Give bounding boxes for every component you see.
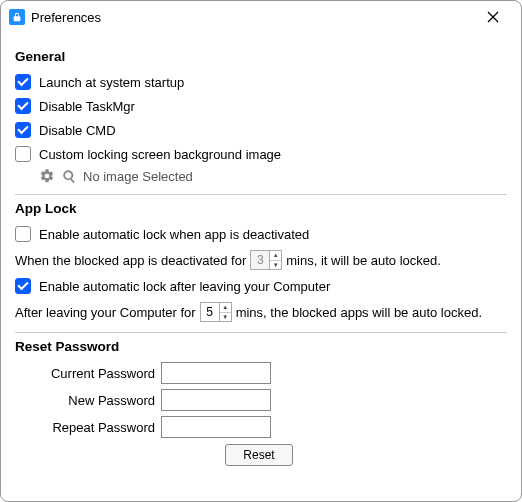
label-auto-leave: Enable automatic lock after leaving your… [39,279,330,294]
applock-heading: App Lock [15,201,507,216]
input-new-password[interactable] [161,389,271,411]
divider [15,332,507,333]
svg-rect-4 [70,178,75,183]
leave-value-input[interactable] [201,303,219,321]
label-disable-cmd: Disable CMD [39,123,116,138]
option-disable-taskmgr[interactable]: Disable TaskMgr [15,96,507,116]
option-disable-cmd[interactable]: Disable CMD [15,120,507,140]
deactivate-spinner[interactable]: ▲ ▼ [250,250,282,270]
label-repeat-password: Repeat Password [15,420,155,435]
label-launch-startup: Launch at system startup [39,75,184,90]
checkbox-auto-deactivate[interactable] [15,226,31,242]
window-title: Preferences [31,10,473,25]
titlebar: Preferences [1,1,521,33]
label-new-password: New Password [15,393,155,408]
checkbox-disable-cmd[interactable] [15,122,31,138]
row-current-password: Current Password [15,362,507,384]
input-repeat-password[interactable] [161,416,271,438]
reset-heading: Reset Password [15,339,507,354]
checkbox-launch-startup[interactable] [15,74,31,90]
spinner-down-icon[interactable]: ▼ [220,313,231,322]
deactivate-sentence: When the blocked app is deactivated for … [15,250,507,270]
gear-icon[interactable] [39,168,55,184]
leave-suffix: mins, the blocked apps will be auto lock… [236,305,482,320]
reset-button[interactable]: Reset [225,444,293,466]
general-heading: General [15,49,507,64]
label-current-password: Current Password [15,366,155,381]
leave-prefix: After leaving your Computer for [15,305,196,320]
option-custom-bg[interactable]: Custom locking screen background image [15,144,507,164]
leave-sentence: After leaving your Computer for ▲ ▼ mins… [15,302,507,322]
label-disable-taskmgr: Disable TaskMgr [39,99,135,114]
content-area: General Launch at system startup Disable… [1,33,521,476]
magnifier-icon[interactable] [61,168,77,184]
no-image-label: No image Selected [83,169,193,184]
close-button[interactable] [473,3,513,31]
leave-spinner[interactable]: ▲ ▼ [200,302,232,322]
reset-button-row: Reset [15,444,507,466]
divider [15,194,507,195]
deactivate-value-input[interactable] [251,251,269,269]
spinner-down-icon[interactable]: ▼ [270,261,281,270]
checkbox-auto-leave[interactable] [15,278,31,294]
row-new-password: New Password [15,389,507,411]
option-auto-deactivate[interactable]: Enable automatic lock when app is deacti… [15,224,507,244]
app-lock-icon [9,9,25,25]
spinner-up-icon[interactable]: ▲ [270,251,281,261]
option-auto-leave[interactable]: Enable automatic lock after leaving your… [15,276,507,296]
checkbox-custom-bg[interactable] [15,146,31,162]
deactivate-suffix: mins, it will be auto locked. [286,253,441,268]
row-repeat-password: Repeat Password [15,416,507,438]
label-custom-bg: Custom locking screen background image [39,147,281,162]
option-launch-startup[interactable]: Launch at system startup [15,72,507,92]
deactivate-prefix: When the blocked app is deactivated for [15,253,246,268]
custom-bg-subrow: No image Selected [39,168,507,184]
input-current-password[interactable] [161,362,271,384]
label-auto-deactivate: Enable automatic lock when app is deacti… [39,227,309,242]
spinner-up-icon[interactable]: ▲ [220,303,231,313]
checkbox-disable-taskmgr[interactable] [15,98,31,114]
svg-point-3 [65,172,71,178]
